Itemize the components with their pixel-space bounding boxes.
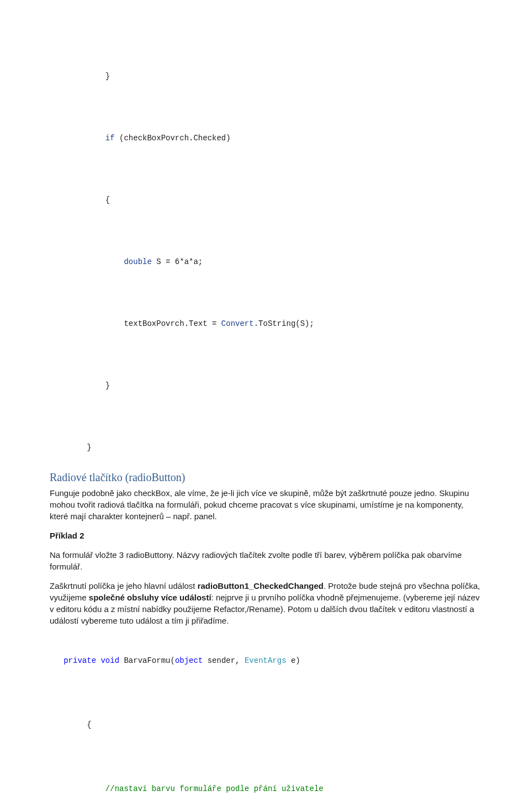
code-line: } xyxy=(50,442,480,454)
heading-radiobutton: Radiové tlačítko (radioButton) xyxy=(50,470,480,485)
code-line: } xyxy=(50,381,480,392)
code-line: } xyxy=(50,71,480,82)
code-block-2: private void BarvaFormu(object sender, E… xyxy=(50,634,480,812)
code-line: { xyxy=(50,720,480,731)
paragraph: Na formulář vložte 3 radioButtony. Názvy… xyxy=(50,549,480,572)
example-label: Příklad 2 xyxy=(50,530,480,541)
code-line: //nastaví barvu formuláře podle přání už… xyxy=(50,784,480,795)
paragraph: Funguje podobně jako checkBox, ale víme,… xyxy=(50,487,480,522)
paragraph: Zaškrtnutí políčka je jeho hlavní událos… xyxy=(50,580,480,626)
code-line: if (checkBoxPovrch.Checked) xyxy=(50,133,480,144)
code-line: textBoxPovrch.Text = Convert.ToString(S)… xyxy=(50,319,480,330)
code-block-1: } if (checkBoxPovrch.Checked) { double S… xyxy=(50,50,480,464)
code-line: double S = 6*a*a; xyxy=(50,257,480,268)
code-line: { xyxy=(50,195,480,206)
code-line: private void BarvaFormu(object sender, E… xyxy=(50,656,480,667)
